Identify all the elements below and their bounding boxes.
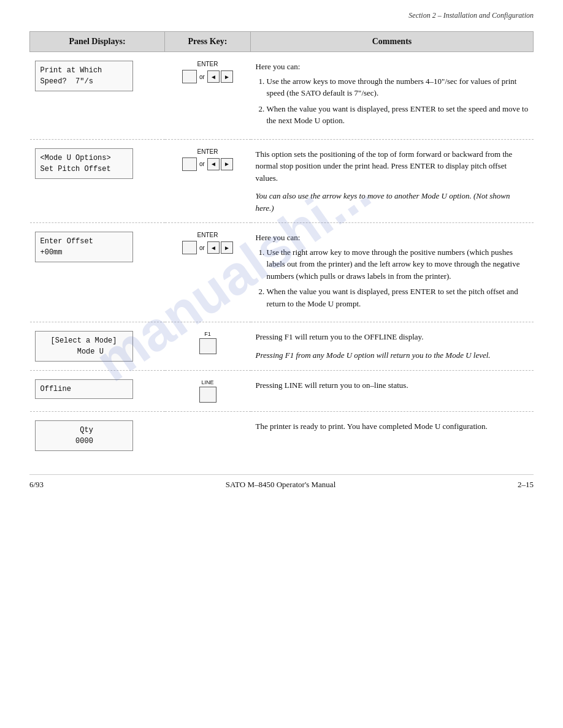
panel-cell-row6: Qty 0000 <box>30 412 165 460</box>
or-label-row2: or <box>199 161 205 167</box>
header-title: Section 2 – Installation and Configurati… <box>408 11 534 20</box>
arrows-row3: ◄ ► <box>207 241 233 254</box>
list-item: Use the right arrow key to move through … <box>267 246 529 282</box>
panel-cell-row2: <Mode U Options> Set Pitch Offset <box>30 139 165 223</box>
press-key-cell-row6 <box>165 412 251 460</box>
comments-cell-row1: Here you can: Use the arrow keys to move… <box>251 52 534 140</box>
f1-label: F1 <box>204 331 211 337</box>
or-label-row3: or <box>199 245 205 251</box>
panel-cell-row4: [Select a Mode] Mode U <box>30 322 165 371</box>
comments-list-row3: Use the right arrow key to move through … <box>267 246 529 310</box>
left-arrow-row2: ◄ <box>207 158 220 170</box>
press-key-cell-row3: ENTER or ◄ ► <box>165 223 251 322</box>
panel-display-row6: Qty 0000 <box>35 420 133 451</box>
right-arrow-row1: ► <box>221 70 233 83</box>
enter-label-row3: ENTER <box>197 232 218 238</box>
list-item: When the value you want is displayed, pr… <box>267 103 529 127</box>
panel-display-row4: [Select a Mode] Mode U <box>35 331 133 362</box>
comments-intro-row5: Pressing LINE will return you to on–line… <box>256 379 529 392</box>
footer-center: SATO M–8450 Operator's Manual <box>226 480 335 490</box>
comments-list-row1: Use the arrow keys to move through the n… <box>267 75 529 127</box>
table-row: [Select a Mode] Mode U F1 Pressing F1 wi… <box>30 322 534 371</box>
key-layout-row2: ENTER or ◄ ► <box>170 148 246 171</box>
right-arrow-row2: ► <box>221 158 233 170</box>
f1-box <box>199 338 216 354</box>
table-row: Enter Offset +00mm ENTER or ◄ ► <box>30 223 534 322</box>
press-key-cell-row4: F1 <box>165 322 251 371</box>
comments-cell-row5: Pressing LINE will return you to on–line… <box>251 371 534 412</box>
comments-heading-row3: Here you can: <box>256 232 529 244</box>
comments-cell-row6: The printer is ready to print. You have … <box>251 412 534 460</box>
enter-box-row1 <box>182 70 197 83</box>
table-row: Print at Which Speed? 7"/s ENTER or ◄ ► <box>30 52 534 140</box>
line-label: LINE <box>201 379 213 385</box>
panel-display-row2: <Mode U Options> Set Pitch Offset <box>35 148 133 179</box>
page-footer: 6/93 SATO M–8450 Operator's Manual 2–15 <box>29 474 534 490</box>
enter-box-row3 <box>182 241 197 254</box>
footer-left: 6/93 <box>29 480 44 490</box>
right-arrow-row3: ► <box>221 241 233 254</box>
enter-label-row2: ENTER <box>197 148 218 155</box>
panel-cell-row1: Print at Which Speed? 7"/s <box>30 52 165 140</box>
key-row2: or ◄ ► <box>182 157 233 171</box>
line-box <box>199 387 216 403</box>
key-layout-row3: ENTER or ◄ ► <box>170 232 246 254</box>
col-press-key: Press Key: <box>165 32 251 52</box>
table-header-row: Panel Displays: Press Key: Comments <box>30 32 534 52</box>
or-label-row1: or <box>199 74 205 80</box>
panel-display-row3: Enter Offset +00mm <box>35 232 133 262</box>
col-comments: Comments <box>251 32 534 52</box>
comments-extra-row2: You can also use the arrow keys to move … <box>256 190 529 214</box>
comments-intro-row2: This option sets the positioning of the … <box>256 148 529 184</box>
panel-cell-row5: Offline <box>30 371 165 412</box>
col-panel-displays: Panel Displays: <box>30 32 165 52</box>
comments-intro-row6: The printer is ready to print. You have … <box>256 420 529 433</box>
panel-display-row5: Offline <box>35 379 133 399</box>
left-arrow-row3: ◄ <box>207 241 220 254</box>
comments-cell-row4: Pressing F1 will return you to the OFFLI… <box>251 322 534 371</box>
line-key-row5: LINE <box>170 379 246 403</box>
comments-heading-row1: Here you can: <box>256 61 529 73</box>
left-arrow-row1: ◄ <box>207 70 220 83</box>
enter-label-row1: ENTER <box>197 61 218 67</box>
page: manualshi... Section 2 – Installation an… <box>0 0 563 728</box>
table-row: <Mode U Options> Set Pitch Offset ENTER … <box>30 139 534 223</box>
footer-right: 2–15 <box>518 480 534 490</box>
enter-box-row2 <box>182 157 197 171</box>
comments-cell-row3: Here you can: Use the right arrow key to… <box>251 223 534 322</box>
list-item: When the value you want is displayed, pr… <box>267 286 529 309</box>
main-table: Panel Displays: Press Key: Comments Prin… <box>29 31 534 460</box>
press-key-cell-row2: ENTER or ◄ ► <box>165 139 251 223</box>
table-row: Qty 0000 The printer is ready to print. … <box>30 412 534 460</box>
comments-extra-row4: Pressing F1 from any Mode U option will … <box>256 349 529 362</box>
key-row1: or ◄ ► <box>182 70 233 83</box>
key-layout-row1: ENTER or ◄ ► <box>170 61 246 83</box>
f1-key-row4: F1 <box>170 331 246 354</box>
press-key-cell-row5: LINE <box>165 371 251 412</box>
key-row3: or ◄ ► <box>182 241 233 254</box>
comments-cell-row2: This option sets the positioning of the … <box>251 139 534 223</box>
panel-display-row1: Print at Which Speed? 7"/s <box>35 61 133 91</box>
arrows-row2: ◄ ► <box>207 158 233 170</box>
comments-intro-row4: Pressing F1 will return you to the OFFLI… <box>256 331 529 343</box>
press-key-cell-row1: ENTER or ◄ ► <box>165 52 251 140</box>
page-header: Section 2 – Installation and Configurati… <box>29 11 534 20</box>
table-row: Offline LINE Pressing LINE will return y… <box>30 371 534 412</box>
panel-cell-row3: Enter Offset +00mm <box>30 223 165 322</box>
list-item: Use the arrow keys to move through the n… <box>267 75 529 99</box>
arrows-row1: ◄ ► <box>207 70 233 83</box>
